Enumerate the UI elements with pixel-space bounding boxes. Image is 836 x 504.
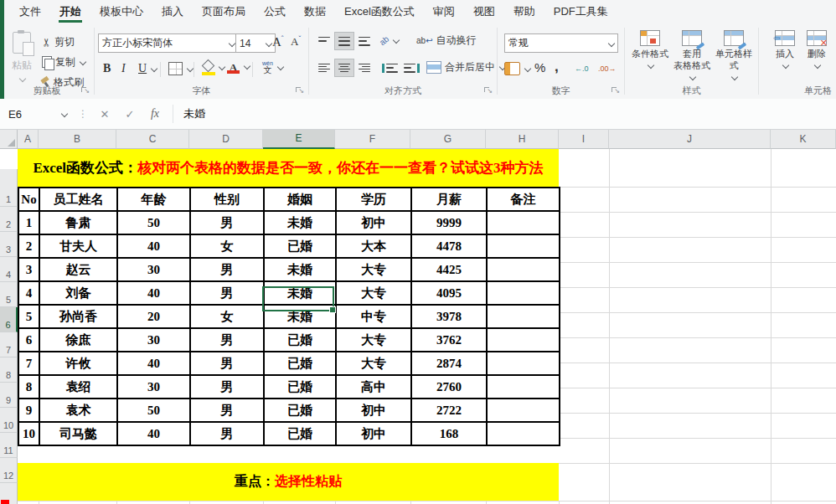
cell-D4[interactable]: 女 bbox=[190, 234, 264, 258]
cell-H5[interactable] bbox=[487, 258, 560, 281]
cell-B7[interactable]: 孙尚香 bbox=[39, 305, 117, 328]
alignment-dialog-launcher[interactable]: ↘ bbox=[484, 87, 493, 95]
row-header-5[interactable]: 5 bbox=[0, 282, 18, 307]
cell-C4[interactable]: 40 bbox=[117, 234, 190, 258]
cell-A10[interactable]: 8 bbox=[18, 375, 39, 399]
font-color-button[interactable]: A bbox=[227, 58, 250, 75]
row-header-4[interactable]: 4 bbox=[0, 257, 18, 282]
cell-G4[interactable]: 4478 bbox=[411, 234, 487, 258]
align-bottom-button[interactable] bbox=[354, 32, 374, 50]
row-header-6[interactable]: 6 bbox=[0, 307, 18, 332]
orientation-button[interactable]: ab bbox=[379, 32, 399, 49]
row-header-7[interactable]: 7 bbox=[0, 332, 18, 357]
cell-B4[interactable]: 甘夫人 bbox=[39, 234, 117, 258]
cell-H2[interactable]: 备注 bbox=[487, 188, 560, 211]
decrease-decimal-button[interactable]: .00→ bbox=[598, 60, 617, 77]
cell-H8[interactable] bbox=[487, 328, 560, 352]
cell-H6[interactable] bbox=[487, 281, 560, 305]
number-format-select[interactable]: 常规 bbox=[504, 33, 618, 53]
menu-tab-插入[interactable]: 插入 bbox=[152, 0, 193, 23]
cell-E3[interactable]: 未婚 bbox=[264, 211, 336, 234]
cells-button-插入[interactable]: ⇦插入 bbox=[771, 30, 799, 68]
menu-tab-视图[interactable]: 视图 bbox=[464, 0, 504, 23]
italic-button[interactable]: I bbox=[121, 60, 126, 77]
cell-D12[interactable]: 男 bbox=[190, 422, 264, 445]
cell-H3[interactable] bbox=[487, 211, 560, 234]
cell-D10[interactable]: 男 bbox=[190, 375, 264, 399]
cell-A11[interactable]: 9 bbox=[18, 399, 39, 422]
cell-F4[interactable]: 大本 bbox=[336, 234, 411, 258]
cell-A8[interactable]: 6 bbox=[18, 328, 39, 352]
cell-G6[interactable]: 4095 bbox=[411, 281, 487, 305]
cell-G12[interactable]: 168 bbox=[411, 422, 487, 445]
col-header-E[interactable]: E bbox=[263, 129, 335, 149]
cell-H4[interactable] bbox=[487, 234, 560, 258]
cell-A2[interactable]: No bbox=[18, 188, 39, 211]
font-dialog-launcher[interactable]: ↘ bbox=[296, 87, 304, 95]
cell-H7[interactable] bbox=[487, 305, 560, 328]
cell-A12[interactable]: 10 bbox=[18, 422, 39, 445]
cell-C10[interactable]: 30 bbox=[117, 375, 190, 399]
menu-tab-模板中心[interactable]: 模板中心 bbox=[90, 0, 152, 23]
row-header-9[interactable]: 9 bbox=[0, 383, 18, 408]
align-top-button[interactable] bbox=[314, 32, 334, 50]
clipboard-dialog-launcher[interactable]: ↘ bbox=[81, 87, 90, 95]
cell-C5[interactable]: 30 bbox=[117, 258, 190, 281]
col-header-B[interactable]: B bbox=[39, 129, 116, 149]
shrink-font-button[interactable]: Aˇ bbox=[291, 33, 301, 50]
col-header-H[interactable]: H bbox=[486, 129, 559, 149]
menu-tab-文件[interactable]: 文件 bbox=[10, 0, 50, 23]
menu-tab-审阅[interactable]: 审阅 bbox=[424, 0, 464, 23]
align-left-button[interactable] bbox=[314, 59, 334, 77]
grow-font-button[interactable]: Aˆ bbox=[272, 33, 284, 50]
cell-E7[interactable]: 未婚 bbox=[264, 305, 336, 328]
phonetic-button[interactable]: wén 文 bbox=[262, 59, 283, 75]
percent-style-button[interactable]: % bbox=[534, 59, 545, 75]
cell-D2[interactable]: 性别 bbox=[190, 188, 264, 211]
menu-tab-数据[interactable]: 数据 bbox=[295, 0, 335, 23]
styles-button-0[interactable]: 条件格式 bbox=[630, 30, 670, 68]
cell-G11[interactable]: 2722 bbox=[411, 399, 487, 422]
col-header-J[interactable]: J bbox=[609, 129, 771, 149]
insert-function-icon[interactable]: fx bbox=[142, 107, 168, 121]
cell-F7[interactable]: 中专 bbox=[336, 305, 411, 328]
col-header-I[interactable]: I bbox=[559, 129, 609, 149]
font-size-select[interactable]: 14 bbox=[235, 33, 276, 53]
cell-B12[interactable]: 司马懿 bbox=[39, 422, 117, 445]
formula-input[interactable]: 未婚 bbox=[178, 106, 205, 121]
cell-B11[interactable]: 袁术 bbox=[39, 399, 117, 422]
cell-E11[interactable]: 已婚 bbox=[264, 399, 336, 422]
cell-D8[interactable]: 男 bbox=[190, 328, 264, 352]
cell-G2[interactable]: 月薪 bbox=[411, 188, 487, 211]
cell-F2[interactable]: 学历 bbox=[336, 188, 411, 211]
cut-button[interactable]: ✂ 剪切 bbox=[42, 33, 75, 50]
cell-E2[interactable]: 婚姻 bbox=[264, 188, 336, 211]
copy-button[interactable]: 复制 bbox=[42, 54, 85, 70]
fill-color-button[interactable] bbox=[202, 59, 224, 75]
cell-D3[interactable]: 男 bbox=[190, 211, 264, 234]
cell-A3[interactable]: 1 bbox=[18, 211, 39, 234]
menu-tab-开始[interactable]: 开始 bbox=[50, 0, 90, 23]
cell-G9[interactable]: 2874 bbox=[411, 352, 487, 375]
cell-B8[interactable]: 徐庶 bbox=[39, 328, 117, 352]
cell-D11[interactable]: 男 bbox=[190, 399, 264, 422]
cell-E12[interactable]: 已婚 bbox=[264, 422, 336, 445]
col-header-D[interactable]: D bbox=[189, 129, 263, 149]
comma-style-button[interactable]: , bbox=[555, 59, 559, 75]
cell-C11[interactable]: 50 bbox=[117, 399, 190, 422]
cell-E4[interactable]: 已婚 bbox=[264, 234, 336, 258]
menu-tab-Excel函数公式[interactable]: Excel函数公式 bbox=[335, 0, 424, 23]
cell-B10[interactable]: 袁绍 bbox=[39, 375, 117, 399]
align-middle-button[interactable] bbox=[334, 32, 354, 50]
col-header-G[interactable]: G bbox=[410, 129, 486, 149]
cell-D6[interactable]: 男 bbox=[190, 281, 264, 305]
cell-H10[interactable] bbox=[487, 375, 560, 399]
increase-decimal-button[interactable]: ←.0 bbox=[575, 60, 589, 77]
menu-tab-PDF工具集[interactable]: PDF工具集 bbox=[544, 0, 617, 23]
row-header-12[interactable]: 12 bbox=[0, 458, 18, 483]
cell-C12[interactable]: 40 bbox=[117, 422, 190, 445]
cell-F8[interactable]: 大专 bbox=[336, 328, 411, 352]
col-header-F[interactable]: F bbox=[335, 129, 410, 149]
col-header-A[interactable]: A bbox=[18, 129, 39, 149]
cell-E5[interactable]: 未婚 bbox=[264, 258, 336, 281]
